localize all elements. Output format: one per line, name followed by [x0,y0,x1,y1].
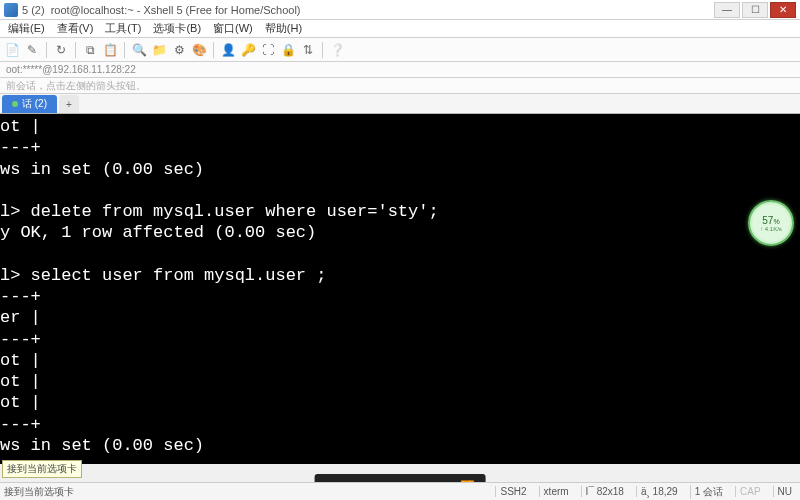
terminal-line: ---+ [0,138,41,157]
terminal-line: y OK, 1 row affected (0.00 sec) [0,223,316,242]
folder-icon[interactable]: 📁 [151,42,167,58]
menu-help[interactable]: 帮助(H) [259,21,308,36]
separator [322,42,323,58]
lock-icon[interactable]: 🔒 [280,42,296,58]
fullscreen-icon[interactable]: ⛶ [260,42,276,58]
separator [124,42,125,58]
window-titlebar: 5 (2) root@localhost:~ - Xshell 5 (Free … [0,0,800,20]
help-icon[interactable]: ❔ [329,42,345,58]
status-num: NU [773,486,796,497]
menu-tabs[interactable]: 选项卡(B) [147,21,207,36]
terminal-line: l> delete from mysql.user where user='st… [0,202,439,221]
new-session-icon[interactable]: 📄 [4,42,20,58]
gear-icon[interactable]: ⚙ [171,42,187,58]
status-dot-icon [12,101,18,107]
palette-icon[interactable]: 🎨 [191,42,207,58]
terminal-line: ot | [0,372,41,391]
terminal-line: ot | [0,351,41,370]
gauge-unit: % [773,218,779,225]
minimize-button[interactable]: — [714,2,740,18]
copy-icon[interactable]: ⧉ [82,42,98,58]
menu-view[interactable]: 查看(V) [51,21,100,36]
pencil-icon[interactable]: ✎ [24,42,40,58]
tab-add-button[interactable]: + [59,95,79,113]
status-sess: ä¸ 18,29 [636,486,682,497]
search-icon[interactable]: 🔍 [131,42,147,58]
separator [213,42,214,58]
terminal-line: ot | [0,393,41,412]
tab-bar: 话 (2) + [0,94,800,114]
menu-window[interactable]: 窗口(W) [207,21,259,36]
terminal-line: ---+ [0,287,41,306]
terminal-line: er | [0,308,41,327]
status-left: 接到当前选项卡 [4,485,74,499]
menu-bar: 编辑(E) 查看(V) 工具(T) 选项卡(B) 窗口(W) 帮助(H) [0,20,800,38]
tab-label: 话 (2) [22,97,47,111]
terminal-line: ws in set (0.00 sec) [0,436,204,455]
terminal[interactable]: ot | ---+ ws in set (0.00 sec) l> delete… [0,114,800,464]
status-ssh: SSH2 [495,486,530,497]
terminal-line: ot | [0,117,41,136]
maximize-button[interactable]: ☐ [742,2,768,18]
tab-active[interactable]: 话 (2) [2,95,57,113]
status-term: xterm [539,486,573,497]
titlebar-text: root@localhost:~ - Xshell 5 (Free for Ho… [51,4,301,16]
status-size: I¯ 82x18 [581,486,628,497]
toolbar: 📄 ✎ ↻ ⧉ 📋 🔍 📁 ⚙ 🎨 👤 🔑 ⛶ 🔒 ⇅ ❔ [0,38,800,62]
paste-icon[interactable]: 📋 [102,42,118,58]
terminal-line: ---+ [0,330,41,349]
terminal-line: l> select user from mysql.user ; [0,266,326,285]
status-count: 1 会话 [690,485,727,499]
close-button[interactable]: ✕ [770,2,796,18]
titlebar-indicator: 5 (2) [22,4,45,16]
reconnect-icon[interactable]: ↻ [53,42,69,58]
key-icon[interactable]: 🔑 [240,42,256,58]
terminal-line: ---+ [0,415,41,434]
status-bar: 接到当前选项卡 SSH2 xterm I¯ 82x18 ä¸ 18,29 1 会… [0,482,800,500]
separator [46,42,47,58]
user-icon[interactable]: 👤 [220,42,236,58]
menu-tools[interactable]: 工具(T) [99,21,147,36]
tooltip: 接到当前选项卡 [2,460,82,478]
separator [75,42,76,58]
hint-bar: 前会话，点击左侧的箭头按钮。 [0,78,800,94]
gauge-percent: 57 [762,215,773,226]
gauge-sub: ↑ 4.1K/s [760,226,782,232]
app-icon [4,3,18,17]
status-caps: CAP [735,486,765,497]
cpu-gauge[interactable]: 57% ↑ 4.1K/s [748,200,794,246]
terminal-line: ws in set (0.00 sec) [0,160,204,179]
transfer-icon[interactable]: ⇅ [300,42,316,58]
address-bar[interactable]: oot:*****@192.168.11.128:22 [0,62,800,78]
menu-edit[interactable]: 编辑(E) [2,21,51,36]
